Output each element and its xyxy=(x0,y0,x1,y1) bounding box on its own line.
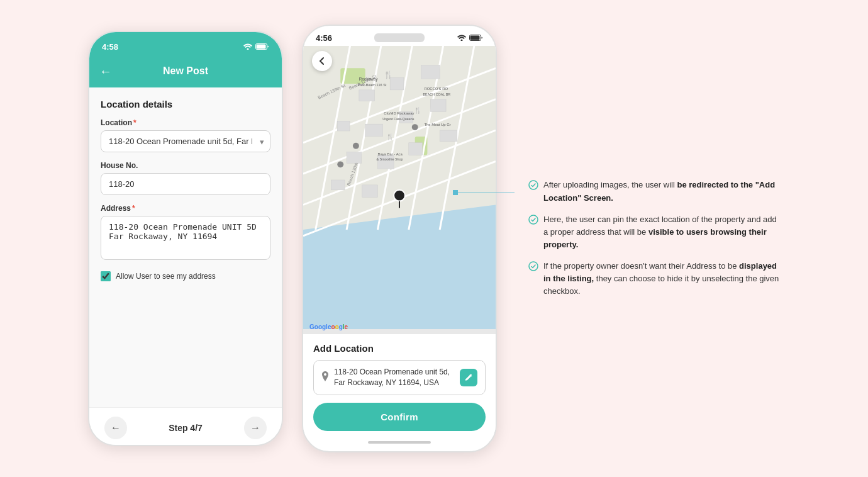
svg-text:& Smoothie Shop: & Smoothie Shop xyxy=(376,157,403,161)
status-icons-1 xyxy=(243,43,269,50)
check-circle-icon-1 xyxy=(528,180,538,193)
map-view[interactable]: Beach 139th St Beach 129th St Beach 120t… xyxy=(303,26,496,334)
svg-text:🍴: 🍴 xyxy=(386,133,394,141)
edit-icon xyxy=(465,374,472,381)
phone1-footer: ← Step 4/7 → xyxy=(89,407,282,446)
status-bar-2: 4:56 xyxy=(303,26,496,46)
svg-text:🍴: 🍴 xyxy=(414,106,422,115)
checkbox-label: Allow User to see my address xyxy=(116,272,216,281)
svg-rect-30 xyxy=(331,180,345,190)
annotation-text-3: If the property owner doesn't want their… xyxy=(543,260,780,298)
svg-point-53 xyxy=(394,190,405,201)
address-input[interactable]: 118-20 Ocean Promenade UNIT 5D Far Rocka… xyxy=(101,216,270,260)
status-icons-2 xyxy=(457,35,483,41)
map-back-button[interactable] xyxy=(312,51,332,71)
map-svg: Beach 139th St Beach 129th St Beach 120t… xyxy=(303,26,496,334)
status-bar-1: 4:58 xyxy=(89,32,282,55)
location-input[interactable] xyxy=(101,130,270,152)
svg-rect-26 xyxy=(347,152,362,164)
status-time-1: 4:58 xyxy=(102,42,118,52)
svg-rect-19 xyxy=(359,90,375,101)
svg-rect-5 xyxy=(470,36,480,40)
address-checkbox[interactable] xyxy=(101,271,111,281)
battery-icon-2 xyxy=(469,35,483,41)
back-arrow-icon xyxy=(318,57,326,65)
annotations-panel: After uploading images, the user will be… xyxy=(516,179,780,298)
location-group: Location* ▾ xyxy=(101,118,270,152)
svg-rect-21 xyxy=(421,65,440,79)
check-circle-icon-3 xyxy=(528,261,538,274)
add-location-panel: Add Location 118-20 Ocean Promenade unit… xyxy=(303,334,496,437)
svg-rect-22 xyxy=(337,121,350,131)
connector xyxy=(453,190,515,195)
location-pin-icon xyxy=(321,371,329,383)
svg-text:🍴: 🍴 xyxy=(384,70,393,79)
svg-point-3 xyxy=(461,40,463,42)
phone-1: 4:58 ← New Post Location details Locatio… xyxy=(88,31,283,446)
house-no-label: House No. xyxy=(101,161,270,170)
svg-rect-28 xyxy=(409,143,423,155)
annotation-item-3: If the property owner doesn't want their… xyxy=(528,260,780,298)
svg-text:Baya Bar - Aca: Baya Bar - Aca xyxy=(377,152,403,156)
add-location-title: Add Location xyxy=(313,343,486,354)
svg-point-55 xyxy=(529,181,538,189)
annotation-item-2: Here, the user can pin the exact locatio… xyxy=(528,213,780,251)
step-indicator: Step 4/7 xyxy=(169,423,203,433)
annotation-text-1: After uploading images, the user will be… xyxy=(543,179,780,204)
svg-rect-23 xyxy=(365,124,383,137)
battery-icon xyxy=(255,43,269,50)
svg-point-0 xyxy=(247,48,249,50)
location-address-text: 118-20 Ocean Promenade unit 5d, Far Rock… xyxy=(334,367,455,388)
check-circle-icon-2 xyxy=(528,215,538,227)
confirm-button[interactable]: Confirm xyxy=(313,403,486,431)
svg-rect-25 xyxy=(430,99,446,112)
svg-text:The Meat Up Gr: The Meat Up Gr xyxy=(424,123,450,126)
address-group: Address* 118-20 Ocean Promenade UNIT 5D … xyxy=(101,204,270,262)
svg-rect-29 xyxy=(440,130,457,142)
svg-rect-31 xyxy=(362,185,378,198)
wifi-icon xyxy=(243,43,253,50)
back-button-1[interactable]: ← xyxy=(99,64,112,79)
svg-point-57 xyxy=(529,262,538,271)
svg-text:Park-Beach 116 St: Park-Beach 116 St xyxy=(358,83,387,87)
phone-2: 4:56 xyxy=(302,25,497,452)
home-indicator-2 xyxy=(368,441,431,444)
svg-text:Urgent Care-Queens: Urgent Care-Queens xyxy=(382,117,414,121)
annotation-item-1: After uploading images, the user will be… xyxy=(528,179,780,204)
connector-dot xyxy=(453,190,458,195)
section-title: Location details xyxy=(101,99,270,109)
wifi-icon-2 xyxy=(457,35,467,41)
location-edit-button[interactable] xyxy=(460,369,477,386)
page-title-1: New Post xyxy=(163,65,208,77)
next-step-button[interactable]: → xyxy=(244,417,267,439)
phone1-body: Location details Location* ▾ House No. A… xyxy=(89,87,282,407)
phone1-header: ← New Post xyxy=(89,55,282,87)
house-no-input[interactable] xyxy=(101,173,270,195)
svg-text:CityMD Rockaway: CityMD Rockaway xyxy=(384,111,414,115)
svg-rect-2 xyxy=(257,45,266,49)
svg-text:ROCCO'S RO: ROCCO'S RO xyxy=(424,87,448,91)
svg-text:BEACH COAL BR: BEACH COAL BR xyxy=(423,93,451,96)
location-label: Location* xyxy=(101,118,270,127)
address-label: Address* xyxy=(101,204,270,213)
svg-point-56 xyxy=(529,215,538,224)
prev-step-button[interactable]: ← xyxy=(104,417,127,439)
annotation-text-2: Here, the user can pin the exact locatio… xyxy=(543,213,780,251)
location-select-wrap: ▾ xyxy=(101,130,270,152)
google-logo: Googleoogle xyxy=(309,323,348,330)
location-input-row: 118-20 Ocean Promenade unit 5d, Far Rock… xyxy=(313,360,486,395)
svg-text:Rockaway: Rockaway xyxy=(359,77,378,82)
notch-2 xyxy=(374,33,425,42)
connector-line xyxy=(458,193,515,194)
address-visibility-toggle: Allow User to see my address xyxy=(101,271,270,281)
house-no-group: House No. xyxy=(101,161,270,195)
status-time-2: 4:56 xyxy=(316,33,332,43)
